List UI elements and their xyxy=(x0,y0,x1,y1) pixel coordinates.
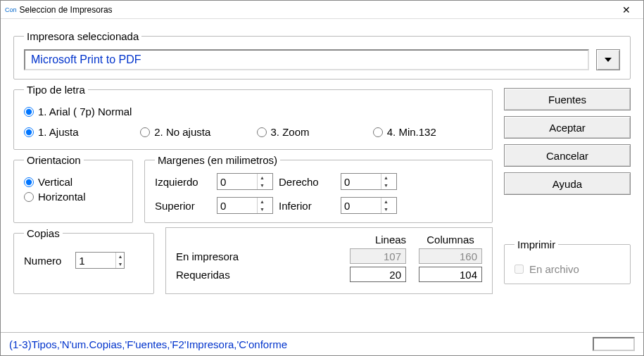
radio-vertical[interactable]: Vertical xyxy=(24,176,122,188)
close-icon: ✕ xyxy=(622,4,631,15)
orientation-group: Orientacion Vertical Horizontal xyxy=(13,154,133,223)
print-to-file[interactable]: En archivo xyxy=(514,263,620,275)
row-printer-label: En impresora xyxy=(176,250,337,262)
radio-fit-1[interactable]: 1. Ajusta xyxy=(24,126,133,138)
radio-font-main-input[interactable] xyxy=(24,107,34,117)
radio-fit-1-input[interactable] xyxy=(24,127,34,137)
spin-up-icon[interactable]: ▲ xyxy=(258,198,267,205)
margin-left-field[interactable] xyxy=(217,174,257,189)
selected-printer-display: Microsoft Print to PDF xyxy=(24,49,589,70)
spin-down-icon[interactable]: ▼ xyxy=(381,182,391,189)
radio-vertical-input[interactable] xyxy=(24,177,34,187)
radio-horizontal[interactable]: Horizontal xyxy=(24,191,122,203)
margin-right-label: Derecho xyxy=(279,176,335,188)
spin-up-icon[interactable]: ▲ xyxy=(381,198,391,205)
radio-vertical-label: Vertical xyxy=(38,176,72,188)
margin-left-input[interactable]: ▲▼ xyxy=(217,173,273,190)
spin-down-icon[interactable]: ▼ xyxy=(258,182,267,189)
font-legend: Tipo de letra xyxy=(24,84,88,96)
margin-top-field[interactable] xyxy=(217,198,257,213)
spin-down-icon[interactable]: ▼ xyxy=(258,205,267,213)
spin-up-icon[interactable]: ▲ xyxy=(258,174,267,182)
margins-legend: Margenes (en milimetros) xyxy=(155,154,280,166)
radio-fit-4[interactable]: 4. Min.132 xyxy=(373,126,482,138)
margin-right-input[interactable]: ▲▼ xyxy=(341,173,397,190)
radio-fit-2-label: 2. No ajusta xyxy=(154,126,210,138)
print-legend: Imprimir xyxy=(514,239,558,250)
print-to-file-checkbox[interactable] xyxy=(514,265,524,274)
margin-bottom-input[interactable]: ▲▼ xyxy=(341,197,397,214)
copies-label: Numero xyxy=(24,255,61,267)
chevron-down-icon xyxy=(605,58,612,62)
radio-fit-1-label: 1. Ajusta xyxy=(38,126,79,138)
printer-cols-value: 160 xyxy=(419,248,482,264)
row-required-label: Requeridas xyxy=(176,269,337,281)
dialog-body: Impresora seleccionada Microsoft Print t… xyxy=(1,19,643,332)
head-lines: Lineas xyxy=(362,234,419,246)
status-indicator xyxy=(593,337,635,351)
cancel-button[interactable]: Cancelar xyxy=(504,144,631,167)
app-icon: Con xyxy=(5,6,17,13)
copies-legend: Copias xyxy=(24,227,63,239)
radio-fit-4-input[interactable] xyxy=(373,127,383,137)
orientation-legend: Orientacion xyxy=(24,154,84,166)
radio-fit-3-label: 3. Zoom xyxy=(271,126,310,138)
ok-button[interactable]: Aceptar xyxy=(504,116,631,139)
radio-font-main[interactable]: 1. Arial ( 7p) Normal xyxy=(24,106,482,117)
font-group: Tipo de letra 1. Arial ( 7p) Normal 1. A… xyxy=(13,84,493,150)
radio-horizontal-input[interactable] xyxy=(24,192,34,202)
margin-right-field[interactable] xyxy=(341,174,381,189)
margin-top-input[interactable]: ▲▼ xyxy=(217,197,273,214)
printer-dropdown-button[interactable] xyxy=(596,49,620,70)
margins-group: Margenes (en milimetros) Izquierdo ▲▼ De… xyxy=(144,154,493,223)
radio-fit-3[interactable]: 3. Zoom xyxy=(257,126,366,138)
printer-lines-value: 107 xyxy=(350,248,406,264)
titlebar: Con Seleccion de Impresoras ✕ xyxy=(1,1,643,19)
printer-legend: Impresora seleccionada xyxy=(24,30,141,42)
radio-fit-4-label: 4. Min.132 xyxy=(387,126,436,138)
radio-fit-2[interactable]: 2. No ajusta xyxy=(140,126,249,138)
required-lines-value[interactable]: 20 xyxy=(350,267,406,282)
help-button[interactable]: Ayuda xyxy=(504,172,631,195)
required-cols-value[interactable]: 104 xyxy=(419,267,482,282)
radio-font-main-label: 1. Arial ( 7p) Normal xyxy=(38,106,132,117)
radio-horizontal-label: Horizontal xyxy=(38,191,86,203)
lines-cols-group: Lineas Columnas En impresora 107 160 Req… xyxy=(165,227,493,294)
copies-input[interactable]: ▲▼ xyxy=(75,252,125,269)
print-group: Imprimir En archivo xyxy=(504,239,631,284)
close-button[interactable]: ✕ xyxy=(612,2,640,18)
margin-top-label: Superior xyxy=(155,200,211,212)
margin-bottom-label: Inferior xyxy=(279,200,335,212)
margin-bottom-field[interactable] xyxy=(341,198,381,213)
radio-fit-2-input[interactable] xyxy=(140,127,150,137)
dialog-window: Con Seleccion de Impresoras ✕ Impresora … xyxy=(0,0,644,356)
window-title: Seleccion de Impresoras xyxy=(20,5,612,15)
spin-up-icon[interactable]: ▲ xyxy=(381,174,391,182)
copies-field[interactable] xyxy=(76,253,115,268)
radio-fit-3-input[interactable] xyxy=(257,127,267,137)
statusbar: (1-3)Tipos,'N'um.Copias,'F'uentes,'F2'Im… xyxy=(1,332,643,355)
status-text: (1-3)Tipos,'N'um.Copias,'F'uentes,'F2'Im… xyxy=(9,338,287,350)
spin-up-icon[interactable]: ▲ xyxy=(116,253,124,260)
spin-down-icon[interactable]: ▼ xyxy=(116,260,124,268)
spin-down-icon[interactable]: ▼ xyxy=(381,205,391,213)
printer-group: Impresora seleccionada Microsoft Print t… xyxy=(13,30,631,80)
head-cols: Columnas xyxy=(419,234,482,246)
fonts-button[interactable]: Fuentes xyxy=(504,88,631,110)
print-to-file-label: En archivo xyxy=(529,263,579,275)
button-column: Fuentes Aceptar Cancelar Ayuda Imprimir … xyxy=(504,84,631,284)
margin-left-label: Izquierdo xyxy=(155,176,211,188)
copies-group: Copias Numero ▲▼ xyxy=(13,227,154,294)
